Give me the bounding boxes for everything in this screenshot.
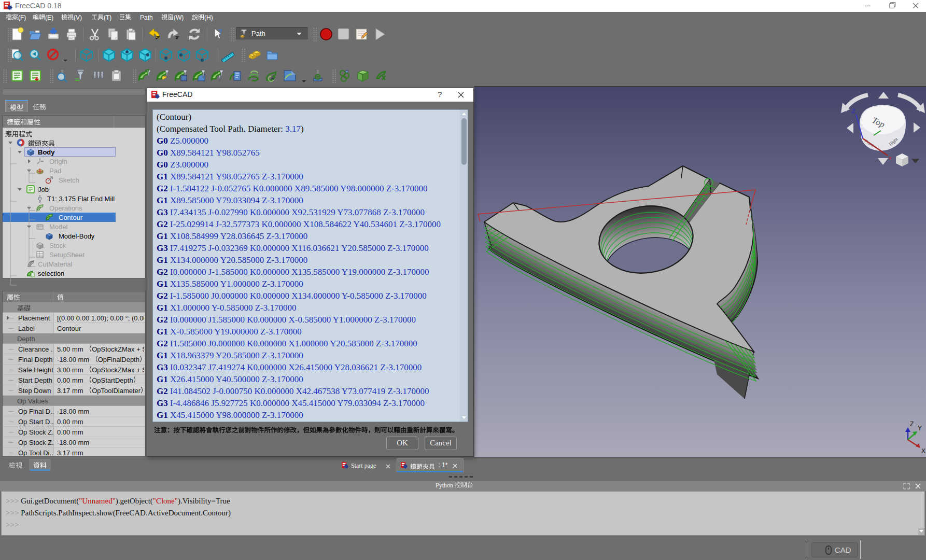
svg-text:Z: Z bbox=[852, 108, 855, 114]
svg-text:Z: Z bbox=[910, 421, 914, 428]
svg-text:X: X bbox=[921, 447, 925, 455]
svg-text:x: x bbox=[889, 155, 892, 161]
svg-text:Y: Y bbox=[918, 425, 922, 432]
svg-text:?: ? bbox=[218, 27, 222, 36]
svg-text:A: A bbox=[271, 76, 274, 81]
